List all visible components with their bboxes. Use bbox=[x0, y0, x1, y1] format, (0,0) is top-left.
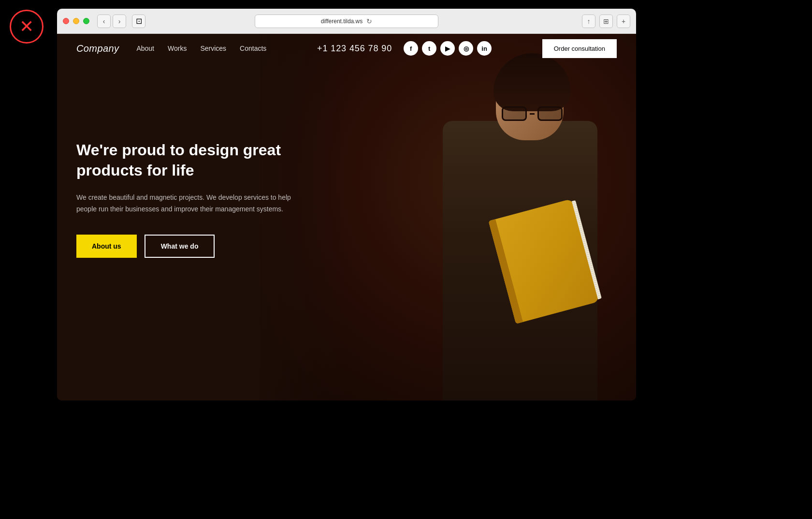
instagram-icon[interactable]: ◎ bbox=[459, 41, 473, 56]
order-consultation-button[interactable]: Order consultation bbox=[542, 39, 617, 58]
url-text: different.tilda.ws bbox=[321, 18, 363, 25]
minimize-button[interactable] bbox=[73, 18, 79, 24]
nav-contacts[interactable]: Contacts bbox=[240, 44, 266, 52]
nav-services[interactable]: Services bbox=[200, 44, 226, 52]
browser-nav-buttons: ‹ › bbox=[97, 15, 126, 28]
url-bar[interactable]: different.tilda.ws ↻ bbox=[255, 15, 438, 28]
forward-button[interactable]: › bbox=[113, 15, 126, 28]
add-tab-button[interactable]: + bbox=[617, 15, 630, 28]
glass-bridge bbox=[530, 113, 535, 115]
brand-logo[interactable]: Company bbox=[76, 43, 119, 54]
nav-left: Company About Works Services Contacts bbox=[76, 43, 266, 54]
social-icons: f t ▶ ◎ in bbox=[404, 41, 492, 56]
youtube-icon[interactable]: ▶ bbox=[440, 41, 455, 56]
new-window-button[interactable]: ⊞ bbox=[599, 15, 613, 28]
facebook-icon[interactable]: f bbox=[404, 41, 418, 56]
hero-subtitle: We create beautiful and magnetic project… bbox=[76, 192, 308, 215]
what-we-do-button[interactable]: What we do bbox=[145, 235, 215, 258]
navbar: Company About Works Services Contacts +1… bbox=[57, 34, 636, 63]
linkedin-icon[interactable]: in bbox=[477, 41, 492, 56]
sidebar-toggle-button[interactable]: ⊡ bbox=[132, 15, 145, 28]
glass-lens-left bbox=[502, 106, 527, 121]
toolbar-right: ↑ ⊞ + bbox=[582, 15, 630, 28]
nav-about[interactable]: About bbox=[136, 44, 154, 52]
nav-center: +1 123 456 78 90 f t ▶ ◎ in bbox=[317, 41, 492, 56]
nav-right: Order consultation bbox=[542, 39, 617, 58]
back-button[interactable]: ‹ bbox=[97, 15, 111, 28]
hero-person-figure bbox=[409, 44, 612, 400]
twitter-icon[interactable]: t bbox=[422, 41, 436, 56]
nav-works[interactable]: Works bbox=[168, 44, 187, 52]
maximize-button[interactable] bbox=[83, 18, 89, 24]
error-indicator: ✕ bbox=[10, 10, 44, 44]
error-x-icon: ✕ bbox=[19, 18, 34, 35]
hero-title: We're proud to design great products for… bbox=[76, 140, 337, 180]
share-button[interactable]: ↑ bbox=[582, 15, 595, 28]
nav-links: About Works Services Contacts bbox=[136, 44, 266, 52]
browser-window: ‹ › ⊡ different.tilda.ws ↻ ↑ ⊞ + bbox=[57, 9, 636, 400]
phone-number[interactable]: +1 123 456 78 90 bbox=[317, 44, 392, 54]
hero-buttons: About us What we do bbox=[76, 235, 337, 258]
sidebar-icon: ⊡ bbox=[136, 16, 142, 26]
glass-lens-right bbox=[537, 106, 563, 121]
traffic-lights bbox=[63, 18, 89, 24]
about-us-button[interactable]: About us bbox=[76, 235, 137, 258]
title-bar: ‹ › ⊡ different.tilda.ws ↻ ↑ ⊞ + bbox=[57, 9, 636, 34]
close-button[interactable] bbox=[63, 18, 69, 24]
hero-section: We're proud to design great products for… bbox=[57, 63, 357, 287]
reload-button[interactable]: ↻ bbox=[366, 17, 372, 25]
person-glasses bbox=[502, 106, 565, 121]
site-content: Company About Works Services Contacts +1… bbox=[57, 34, 636, 400]
